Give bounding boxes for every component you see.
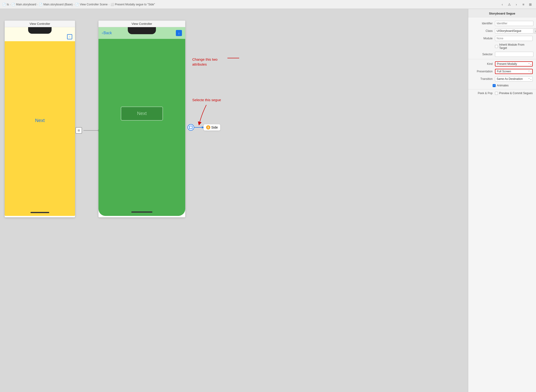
module-label: Module [472, 37, 493, 40]
segue-circle-inner [189, 126, 192, 129]
phone-notch-2 [128, 27, 156, 34]
animates-checkbox[interactable] [493, 84, 496, 87]
peek-checkbox[interactable] [495, 92, 498, 95]
canvas-area: View Controller ↑ Next ⊞ View Controller [0, 9, 468, 392]
phone-home-1 [30, 212, 49, 213]
vc-second-panel: View Controller ‹ Back ↓ Next [98, 21, 185, 217]
vc-first-title: View Controller [5, 21, 75, 27]
inherit-row: Inherit Module From Target [468, 42, 536, 51]
next-button-second[interactable]: Next [121, 107, 163, 121]
nav-right-icon[interactable]: ↓ [176, 30, 182, 36]
menu-button[interactable]: ≡ [520, 1, 527, 8]
phone-home-2 [131, 211, 152, 213]
peek-row: Peek & Pop Preview & Commit Segues [468, 90, 536, 96]
peek-label: Peek & Pop [472, 92, 493, 95]
nav-back-label: Back [103, 31, 112, 35]
breadcrumb: 📄 ls › 📄 Main.storyboard › 📄 Main.storyb… [2, 3, 498, 6]
presentation-select-wrap: Full Screen Page Sheet Form Sheet Curren… [495, 69, 533, 74]
transition-label: Transition [472, 77, 493, 80]
kind-row: Kind Present Modally Show Show Detail Pr… [468, 60, 536, 68]
kind-select[interactable]: Present Modally Show Show Detail Present… [495, 61, 533, 66]
class-row: Class ⚠ › [468, 27, 536, 35]
gray-arrow-line [83, 130, 100, 131]
file-icon-1: 📄 [2, 3, 6, 6]
module-select-wrap: None [495, 36, 533, 41]
chevron-left-icon: ‹ [102, 31, 103, 35]
annotation-change-text: Change this two attributes [192, 57, 218, 67]
grid-button[interactable]: ⊞ [527, 1, 534, 8]
breadcrumb-sep-3: › [74, 3, 75, 6]
nav-back-button[interactable]: ‹ Back [102, 31, 112, 35]
vc-first-panel: View Controller ↑ Next [5, 21, 75, 217]
main-content: View Controller ↑ Next ⊞ View Controller [0, 9, 536, 392]
segue-icon-gray: ⊞ [76, 127, 82, 134]
transition-select[interactable]: Same As Destination Cover Vertical Flip … [495, 76, 533, 81]
warning-button[interactable]: ⚠ [506, 1, 512, 8]
class-wrap: ⚠ › [495, 28, 536, 33]
main-toolbar: 📄 ls › 📄 Main.storyboard › 📄 Main.storyb… [0, 0, 536, 9]
vc-first-phone-frame: ↑ Next [5, 27, 75, 216]
divider-1 [468, 59, 536, 59]
file-icon-4: 📄 [75, 3, 79, 6]
transition-row: Transition Same As Destination Cover Ver… [468, 75, 536, 83]
gray-segue-arrow: ⊞ [76, 127, 100, 134]
back-button[interactable]: ‹ [499, 1, 506, 8]
presentation-select[interactable]: Full Screen Page Sheet Form Sheet Curren… [495, 69, 533, 74]
phone-notch-1 [28, 27, 52, 34]
annotation-arrow-select [197, 105, 216, 126]
class-label: Class [472, 29, 493, 33]
next-label-first: Next [35, 118, 45, 123]
breadcrumb-sep-2: › [37, 3, 38, 6]
kind-label: Kind [472, 62, 493, 65]
module-select[interactable]: None [495, 36, 533, 41]
identifier-label: Identifier [472, 22, 493, 25]
annotation-arrow-change [227, 56, 241, 65]
breadcrumb-item-2[interactable]: 📄 Main.storyboard [11, 3, 36, 6]
annotation-select-text: Selecte this segue [192, 98, 221, 102]
peek-checkbox-label: Preview & Commit Segues [499, 92, 533, 95]
identifier-row: Identifier [468, 20, 536, 27]
divider-2 [468, 89, 536, 89]
inherit-checkbox[interactable] [495, 45, 498, 48]
segue-icon: ⬜ [110, 3, 114, 6]
file-icon-2: 📄 [11, 3, 15, 6]
presentation-label: Presentation [472, 70, 493, 73]
selector-row: Selector [468, 51, 536, 58]
transition-select-wrap: Same As Destination Cover Vertical Flip … [495, 76, 533, 81]
animates-label: Animates [497, 84, 509, 87]
breadcrumb-item-3[interactable]: 📄 Main.storyboard (Base) [39, 3, 73, 6]
presentation-row: Presentation Full Screen Page Sheet Form… [468, 68, 536, 75]
peek-checkbox-wrap: Preview & Commit Segues [495, 92, 533, 95]
side-badge-label: Side [211, 126, 218, 129]
segue-circle-blue[interactable] [188, 124, 194, 131]
selector-input[interactable] [495, 52, 533, 57]
breadcrumb-item-1[interactable]: 📄 ls [2, 3, 9, 6]
share-icon[interactable]: ↑ [67, 34, 72, 39]
breadcrumb-item-5[interactable]: ⬜ Present Modally segue to "Side" [110, 3, 155, 6]
class-warning-button[interactable]: ⚠ [534, 28, 536, 33]
class-input[interactable] [495, 28, 533, 33]
toolbar-icons: ‹ ⚠ › ≡ ⊞ [499, 1, 534, 8]
kind-select-wrap: Present Modally Show Show Detail Present… [495, 61, 533, 66]
file-icon-3: 📄 [39, 3, 43, 6]
breadcrumb-sep-1: › [10, 3, 11, 6]
selector-label: Selector [472, 53, 493, 56]
forward-button[interactable]: › [513, 1, 520, 8]
inherit-label: Inherit Module From Target [499, 43, 533, 50]
panel-body: Identifier Class ⚠ › Module None [468, 17, 536, 392]
segue-arrow-line [194, 127, 204, 128]
identifier-input[interactable] [495, 21, 533, 26]
panel-title: Storyboard Segue [468, 9, 536, 17]
vc-second-phone-frame: ‹ Back ↓ Next [98, 27, 185, 216]
right-panel: Storyboard Segue Identifier Class ⚠ › Mo… [468, 9, 536, 392]
breadcrumb-item-4[interactable]: 📄 View Controller Scene [75, 3, 108, 6]
module-row: Module None [468, 35, 536, 42]
breadcrumb-sep-4: › [109, 3, 110, 6]
animates-row: Animates [468, 83, 536, 88]
vc-second-title: View Controller [98, 21, 185, 27]
gray-arrow [83, 130, 100, 131]
